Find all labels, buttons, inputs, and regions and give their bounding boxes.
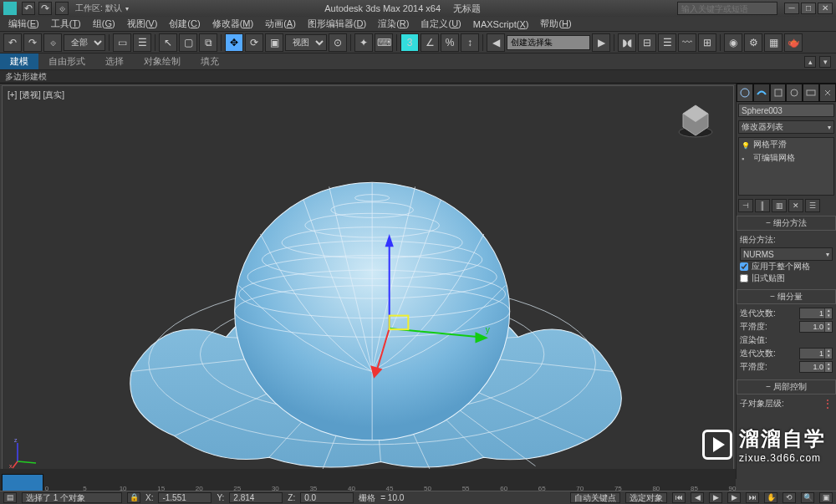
- key-filter[interactable]: 选定对象: [625, 492, 667, 503]
- scale-button[interactable]: ▣: [265, 33, 283, 52]
- menu-render[interactable]: 渲染(R): [375, 18, 412, 30]
- snap-toggle[interactable]: 3: [400, 33, 419, 52]
- select-object[interactable]: ▭: [113, 33, 131, 52]
- iterations-spinner[interactable]: 1▴▾: [799, 308, 833, 319]
- menu-help[interactable]: 帮助(H): [537, 18, 574, 30]
- undo-button[interactable]: ↶: [3, 33, 22, 52]
- window-crossing[interactable]: ⧉: [199, 33, 217, 52]
- tab-modeling[interactable]: 建模: [0, 53, 38, 69]
- percent-snap[interactable]: %: [441, 33, 459, 52]
- ribbon-collapse[interactable]: ▴: [804, 56, 816, 68]
- keyboard-shortcut[interactable]: ⌨: [375, 33, 393, 52]
- max-button[interactable]: □: [801, 3, 816, 14]
- stack-remove[interactable]: ✕: [788, 199, 803, 212]
- object-name-field[interactable]: Sphere003: [738, 104, 834, 117]
- stack-unique[interactable]: ▥: [772, 199, 787, 212]
- tab-freeform[interactable]: 自由形式: [38, 53, 95, 69]
- modifier-stack[interactable]: 网格平滑 可编辑网格: [738, 137, 834, 196]
- min-button[interactable]: ─: [784, 3, 799, 14]
- panel-utilities[interactable]: [819, 84, 836, 102]
- subobj-vertex-icon[interactable]: ⋮: [823, 398, 833, 410]
- stack-pin[interactable]: ⊣: [738, 199, 753, 212]
- rollout-subdiv-amount[interactable]: 细分量: [737, 289, 836, 304]
- refcoord-dropdown[interactable]: 视图: [285, 34, 327, 51]
- nav-max[interactable]: ▣: [819, 492, 833, 503]
- panel-modify[interactable]: [753, 84, 770, 102]
- autokey-button[interactable]: 自动关键点: [570, 492, 620, 503]
- mirror-button[interactable]: ◗◖: [618, 33, 636, 52]
- stack-editable-mesh[interactable]: 可编辑网格: [739, 151, 833, 165]
- play-end[interactable]: ⏭: [746, 492, 759, 503]
- qat-link[interactable]: ⟐: [55, 2, 69, 15]
- rollout-local-control[interactable]: 局部控制: [737, 379, 836, 395]
- old-map-checkbox[interactable]: [740, 274, 748, 283]
- stack-showend[interactable]: ║: [755, 199, 770, 212]
- play-toggle[interactable]: ▶: [709, 492, 722, 503]
- workspace-label[interactable]: 工作区: 默认: [75, 3, 122, 14]
- panel-motion[interactable]: [786, 84, 803, 102]
- panel-hierarchy[interactable]: [770, 84, 787, 102]
- select-arrow[interactable]: ↖: [159, 33, 177, 52]
- close-button[interactable]: ✕: [818, 3, 833, 14]
- lock-selection[interactable]: 🔒: [127, 492, 140, 503]
- named-sel-next[interactable]: ▶: [592, 33, 610, 52]
- move-button[interactable]: ✥: [225, 33, 243, 52]
- named-sel-prev[interactable]: ◀: [487, 33, 505, 52]
- render-frame-button[interactable]: ▦: [764, 33, 782, 52]
- curve-editor-button[interactable]: 〰: [678, 33, 696, 52]
- maxscript-mini[interactable]: ▤: [3, 492, 17, 503]
- nav-pan[interactable]: ✋: [764, 492, 777, 503]
- selection-filter[interactable]: 全部: [64, 34, 105, 51]
- menu-customize[interactable]: 自定义(U): [417, 18, 464, 30]
- panel-create[interactable]: [737, 84, 753, 102]
- tab-selection[interactable]: 选择: [95, 53, 134, 69]
- align-button[interactable]: ⊟: [638, 33, 656, 52]
- link-button[interactable]: ⟐: [43, 33, 62, 52]
- smoothness-spinner[interactable]: 1.0▴▾: [799, 321, 833, 333]
- layers-button[interactable]: ☰: [658, 33, 676, 52]
- menu-graph[interactable]: 图形编辑器(D): [304, 18, 370, 30]
- menu-tools[interactable]: 工具(T): [48, 18, 84, 30]
- render-setup-button[interactable]: ⚙: [744, 33, 762, 52]
- render-button[interactable]: 🫖: [784, 33, 803, 52]
- ribbon-menu[interactable]: ▾: [819, 56, 831, 68]
- menu-modifiers[interactable]: 修改器(M): [209, 18, 257, 30]
- rollout-subdiv-method[interactable]: 细分方法: [737, 216, 836, 231]
- render-smoothness-spinner[interactable]: 1.0▴▾: [799, 361, 833, 373]
- coord-x[interactable]: -1.551: [158, 492, 212, 503]
- viewport[interactable]: [+] [透视] [真实]: [2, 85, 734, 477]
- play-start[interactable]: ⏮: [672, 492, 686, 503]
- redo-button[interactable]: ↷: [23, 33, 42, 52]
- rotate-button[interactable]: ⟳: [245, 33, 263, 52]
- menu-create[interactable]: 创建(C): [166, 18, 203, 30]
- menu-group[interactable]: 组(G): [89, 18, 119, 30]
- apply-mesh-checkbox[interactable]: [740, 262, 748, 271]
- manipulate-button[interactable]: ✦: [354, 33, 373, 52]
- menu-view[interactable]: 视图(V): [124, 18, 161, 30]
- coord-z[interactable]: 0.0: [300, 492, 354, 503]
- play-prev[interactable]: ◀: [691, 492, 704, 503]
- nav-zoom[interactable]: 🔍: [801, 492, 814, 503]
- spinner-snap[interactable]: ↕: [461, 33, 479, 52]
- bulb-icon[interactable]: [742, 140, 750, 149]
- panel-display[interactable]: [803, 84, 819, 102]
- select-region[interactable]: ▢: [179, 33, 197, 52]
- time-slider[interactable]: 051015202530354045505560657075808590: [0, 469, 736, 492]
- menu-maxscript[interactable]: MAXScript(X): [470, 19, 533, 29]
- menu-anim[interactable]: 动画(A): [262, 18, 299, 30]
- material-editor-button[interactable]: ◉: [724, 33, 742, 52]
- stack-meshsmooth[interactable]: 网格平滑: [739, 138, 833, 151]
- search-input[interactable]: [677, 2, 777, 15]
- tab-populate[interactable]: 填充: [191, 53, 229, 69]
- method-dropdown[interactable]: NURMS▾: [740, 247, 833, 261]
- render-iterations-spinner[interactable]: 1▴▾: [799, 348, 833, 359]
- coord-y[interactable]: 2.814: [229, 492, 283, 503]
- angle-snap[interactable]: ∠: [421, 33, 439, 52]
- subpanel-polymodel[interactable]: 多边形建模: [5, 71, 47, 83]
- nav-orbit[interactable]: ⟲: [782, 492, 796, 503]
- pivot-button[interactable]: ⊙: [329, 33, 347, 52]
- play-next[interactable]: ▶: [727, 492, 741, 503]
- stack-configure[interactable]: ☰: [805, 199, 820, 212]
- tab-objpaint[interactable]: 对象绘制: [134, 53, 191, 69]
- qat-redo[interactable]: ↷: [38, 2, 52, 15]
